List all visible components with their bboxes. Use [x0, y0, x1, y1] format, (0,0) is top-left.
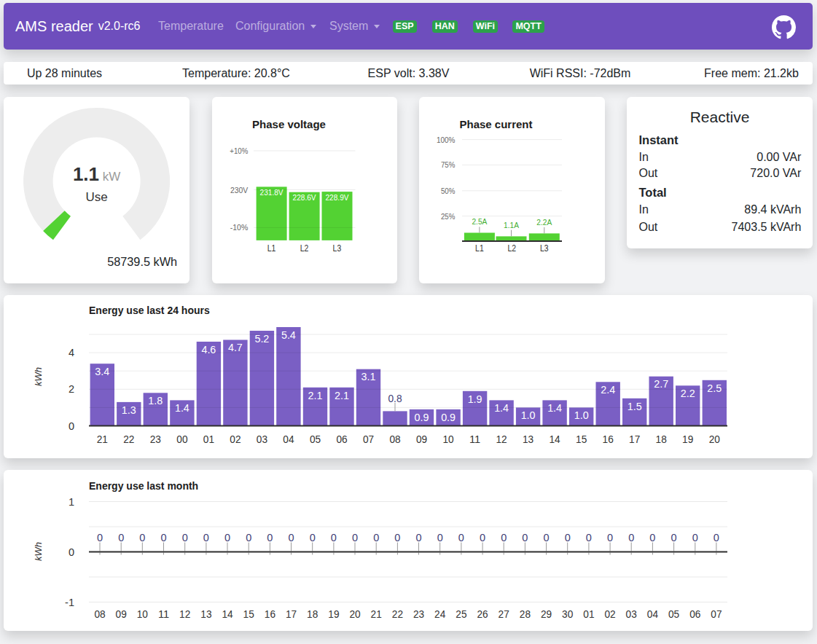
svg-text:0: 0 [394, 532, 400, 543]
svg-text:20: 20 [349, 608, 360, 620]
svg-text:0: 0 [331, 532, 337, 543]
svg-text:2.7: 2.7 [654, 377, 668, 390]
svg-text:27: 27 [499, 608, 509, 620]
svg-text:0.9: 0.9 [441, 411, 456, 423]
svg-text:0: 0 [437, 532, 443, 543]
svg-text:21: 21 [371, 608, 382, 620]
svg-text:04: 04 [647, 608, 658, 620]
svg-text:0: 0 [714, 532, 719, 543]
svg-text:25: 25 [456, 608, 466, 620]
svg-text:15: 15 [576, 433, 587, 445]
svg-text:L1: L1 [475, 243, 484, 254]
svg-text:Use: Use [85, 190, 107, 204]
svg-text:08: 08 [94, 608, 105, 620]
svg-text:0: 0 [246, 532, 251, 543]
svg-text:18: 18 [656, 433, 667, 445]
svg-text:22: 22 [123, 433, 134, 445]
svg-text:13: 13 [200, 608, 211, 620]
svg-text:L1: L1 [267, 243, 276, 254]
svg-text:19: 19 [682, 433, 693, 445]
svg-text:07: 07 [711, 608, 722, 620]
svg-text:08: 08 [389, 433, 400, 445]
svg-text:22: 22 [392, 608, 403, 620]
svg-text:20: 20 [709, 433, 720, 445]
svg-text:16: 16 [603, 433, 614, 445]
svg-text:0: 0 [649, 532, 655, 543]
svg-text:12: 12 [179, 608, 190, 620]
svg-text:228.9V: 228.9V [326, 193, 349, 202]
svg-text:24: 24 [434, 608, 445, 620]
svg-text:5.2: 5.2 [254, 332, 269, 345]
svg-text:0: 0 [522, 532, 528, 543]
svg-text:01: 01 [583, 608, 594, 620]
svg-text:2.4: 2.4 [601, 383, 615, 396]
svg-text:14: 14 [550, 433, 560, 445]
svg-text:07: 07 [363, 433, 374, 445]
svg-text:3.1: 3.1 [361, 370, 376, 382]
svg-text:18: 18 [307, 608, 318, 620]
svg-text:1.5: 1.5 [628, 400, 642, 412]
svg-text:4: 4 [69, 347, 74, 358]
svg-text:Energy use last month: Energy use last month [89, 480, 198, 492]
svg-text:12: 12 [496, 433, 507, 445]
svg-text:0: 0 [69, 420, 74, 432]
svg-text:2.5: 2.5 [707, 382, 722, 394]
svg-text:L2: L2 [508, 243, 517, 254]
svg-text:10: 10 [137, 608, 148, 620]
svg-text:0: 0 [267, 532, 273, 543]
svg-text:2: 2 [69, 383, 74, 395]
svg-text:1.4: 1.4 [175, 401, 189, 414]
svg-text:19: 19 [328, 608, 339, 620]
svg-text:0: 0 [586, 532, 592, 543]
svg-text:17: 17 [286, 608, 297, 620]
svg-text:05: 05 [310, 433, 321, 445]
svg-text:23: 23 [150, 433, 161, 445]
svg-text:1.4: 1.4 [547, 401, 562, 414]
svg-text:kWh: kWh [33, 367, 44, 386]
svg-text:-10%: -10% [230, 223, 249, 232]
svg-text:5.4: 5.4 [281, 329, 296, 341]
svg-text:16: 16 [265, 608, 275, 620]
svg-text:L2: L2 [300, 243, 309, 254]
svg-text:75%: 75% [441, 160, 456, 169]
svg-text:00: 00 [176, 433, 187, 445]
svg-text:4.7: 4.7 [228, 341, 243, 353]
svg-text:21: 21 [97, 433, 108, 445]
svg-text:0: 0 [139, 532, 145, 543]
svg-text:0.9: 0.9 [415, 411, 429, 423]
svg-text:09: 09 [116, 608, 127, 620]
svg-text:1.9: 1.9 [468, 393, 482, 405]
svg-text:23: 23 [413, 608, 424, 620]
svg-text:10: 10 [443, 433, 454, 445]
svg-text:06: 06 [336, 433, 347, 445]
svg-text:kWh: kWh [33, 542, 44, 561]
svg-text:30: 30 [562, 608, 573, 620]
svg-text:14: 14 [222, 608, 232, 620]
svg-text:03: 03 [626, 608, 637, 620]
svg-text:0: 0 [160, 532, 166, 543]
svg-text:0: 0 [565, 532, 571, 543]
svg-text:228.6V: 228.6V [293, 193, 316, 202]
svg-text:231.8V: 231.8V [260, 188, 284, 197]
svg-text:Phase voltage: Phase voltage [252, 118, 326, 130]
svg-text:29: 29 [541, 608, 552, 620]
svg-text:01: 01 [203, 433, 214, 445]
svg-text:0: 0 [628, 532, 634, 543]
svg-text:03: 03 [257, 433, 267, 445]
svg-text:L3: L3 [540, 243, 549, 254]
svg-text:02: 02 [230, 433, 241, 445]
svg-text:0: 0 [288, 532, 294, 543]
svg-text:0: 0 [501, 532, 507, 543]
svg-text:0: 0 [97, 532, 103, 543]
svg-text:2.2: 2.2 [681, 387, 695, 399]
svg-text:1.1 kW: 1.1 kW [73, 163, 120, 185]
svg-text:0: 0 [480, 532, 485, 543]
svg-text:28: 28 [520, 608, 531, 620]
svg-text:1.3: 1.3 [122, 404, 136, 416]
svg-text:3.4: 3.4 [95, 365, 109, 377]
svg-text:0: 0 [415, 532, 421, 543]
svg-text:58739.5 kWh: 58739.5 kWh [107, 255, 177, 268]
svg-text:0: 0 [373, 532, 379, 543]
svg-text:0: 0 [182, 532, 188, 543]
svg-text:Phase current: Phase current [459, 118, 532, 130]
